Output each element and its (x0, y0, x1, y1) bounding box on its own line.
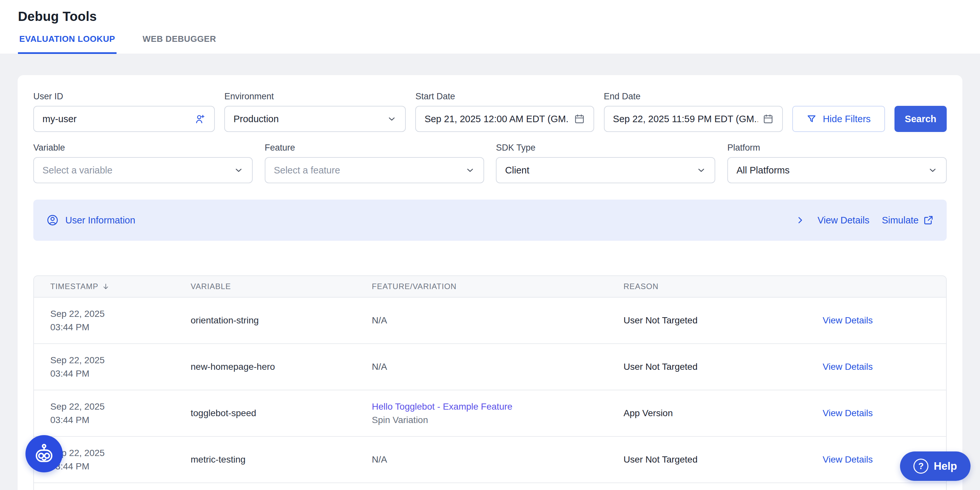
user-id-input-wrap (33, 106, 215, 132)
table-row: Sep 22, 2025 03:44 PM togglebot-speed He… (34, 390, 946, 437)
help-button-label: Help (934, 460, 957, 472)
top-bar: Debug Tools EVALUATION LOOKUP WEB DEBUGG… (0, 0, 980, 54)
chevron-down-icon (234, 165, 243, 175)
start-date-label: Start Date (415, 91, 594, 101)
platform-label: Platform (727, 143, 947, 153)
tab-bar: EVALUATION LOOKUP WEB DEBUGGER (18, 34, 980, 54)
user-information-bar: User Information View Details Simulate (33, 200, 947, 241)
table-header-row: TIMESTAMP VARIABLE FEATURE/VARIATION REA… (34, 276, 946, 298)
user-id-field-group: User ID (33, 91, 215, 132)
column-header-timestamp[interactable]: TIMESTAMP (50, 282, 191, 291)
evaluation-results-table: TIMESTAMP VARIABLE FEATURE/VARIATION REA… (33, 275, 947, 490)
platform-field-group: Platform All Platforms (727, 143, 947, 183)
filter-row-2: Variable Select a variable Feature Selec… (33, 143, 947, 183)
column-header-feature-variation: FEATURE/VARIATION (372, 282, 624, 291)
end-date-field-group: End Date Sep 22, 2025 11:59 PM EDT (GM..… (604, 91, 783, 132)
calendar-icon (763, 113, 774, 124)
variable-select[interactable]: Select a variable (33, 157, 253, 183)
feature-variation-cell: N/A (372, 362, 624, 372)
timestamp-time: 03:44 PM (50, 367, 191, 380)
tab-evaluation-lookup[interactable]: EVALUATION LOOKUP (18, 34, 116, 54)
search-button-label: Search (905, 114, 937, 124)
variable-field-group: Variable Select a variable (33, 143, 253, 183)
reason-cell: User Not Targeted (624, 454, 822, 465)
user-info-view-details-label: View Details (818, 215, 869, 226)
timestamp-cell: Sep 22, 2025 03:44 PM (50, 353, 191, 380)
platform-value: All Platforms (737, 165, 790, 176)
sdk-type-select[interactable]: Client (496, 157, 715, 183)
environment-value: Production (234, 114, 279, 124)
variable-cell: new-homepage-hero (191, 362, 372, 372)
variable-label: Variable (33, 143, 253, 153)
simulate-label: Simulate (882, 215, 919, 226)
chevron-down-icon (696, 165, 706, 175)
table-row-partial (34, 483, 946, 490)
end-date-label: End Date (604, 91, 783, 101)
variable-cell: orientation-string (191, 315, 372, 326)
table-row: Sep 22, 2025 03:44 PM orientation-string… (34, 298, 946, 344)
end-date-value: Sep 22, 2025 11:59 PM EDT (GM... (613, 114, 758, 124)
chevron-down-icon (928, 165, 937, 175)
user-add-icon[interactable] (194, 113, 206, 124)
variable-cell: togglebot-speed (191, 408, 372, 418)
table-row: Sep 22, 2025 03:44 PM new-homepage-hero … (34, 344, 946, 390)
timestamp-date: Sep 22, 2025 (50, 400, 191, 413)
start-date-field-group: Start Date Sep 21, 2025 12:00 AM EDT (GM… (415, 91, 594, 132)
table-row: Sep 22, 2025 03:44 PM metric-testing N/A… (34, 437, 946, 483)
feature-select[interactable]: Select a feature (265, 157, 484, 183)
external-link-icon (923, 215, 934, 225)
evaluation-lookup-panel: User ID Environment Production (18, 75, 963, 490)
sdk-type-label: SDK Type (496, 143, 715, 153)
robot-icon (33, 443, 55, 464)
user-information-header[interactable]: User Information (46, 214, 135, 227)
help-button[interactable]: Help (900, 452, 970, 481)
timestamp-cell: Sep 22, 2025 03:44 PM (50, 307, 191, 334)
hide-filters-label: Hide Filters (822, 114, 871, 124)
feature-field-group: Feature Select a feature (265, 143, 484, 183)
environment-label: Environment (224, 91, 406, 101)
simulate-link[interactable]: Simulate (882, 215, 934, 226)
feature-variation-cell: N/A (372, 315, 624, 326)
variation-label: Spin Variation (372, 413, 624, 427)
user-information-actions: View Details Simulate (795, 215, 934, 226)
reason-cell: User Not Targeted (624, 362, 822, 372)
timestamp-date: Sep 22, 2025 (50, 307, 191, 321)
reason-cell: User Not Targeted (624, 315, 822, 326)
platform-select[interactable]: All Platforms (727, 157, 947, 183)
timestamp-time: 03:44 PM (50, 460, 191, 473)
timestamp-header-label: TIMESTAMP (50, 282, 98, 291)
start-date-value: Sep 21, 2025 12:00 AM EDT (GM... (425, 114, 570, 124)
timestamp-time: 03:44 PM (50, 413, 191, 427)
timestamp-cell: Sep 22, 2025 03:44 PM (50, 400, 191, 427)
hide-filters-button[interactable]: Hide Filters (792, 106, 885, 132)
chevron-right-icon[interactable] (795, 215, 805, 225)
sdk-type-value: Client (505, 165, 529, 176)
row-view-details-link[interactable]: View Details (822, 408, 946, 418)
row-view-details-link[interactable]: View Details (822, 362, 946, 372)
user-id-label: User ID (33, 91, 215, 101)
environment-field-group: Environment Production (224, 91, 406, 132)
environment-select[interactable]: Production (224, 106, 406, 132)
sort-desc-arrow-icon (102, 282, 110, 291)
start-date-input[interactable]: Sep 21, 2025 12:00 AM EDT (GM... (415, 106, 594, 132)
chevron-down-icon (387, 114, 397, 124)
feature-label: Feature (265, 143, 484, 153)
calendar-icon (574, 113, 585, 124)
search-button[interactable]: Search (894, 106, 947, 132)
feature-variation-cell: Hello Togglebot - Example Feature Spin V… (372, 400, 624, 427)
timestamp-time: 03:44 PM (50, 321, 191, 334)
user-info-view-details-link[interactable]: View Details (818, 215, 869, 226)
row-view-details-link[interactable]: View Details (822, 315, 946, 326)
feature-link[interactable]: Hello Togglebot - Example Feature (372, 400, 624, 413)
timestamp-date: Sep 22, 2025 (50, 353, 191, 367)
column-header-reason: REASON (624, 282, 822, 291)
user-id-input[interactable] (43, 114, 194, 124)
feature-variation-cell: N/A (372, 454, 624, 465)
end-date-input[interactable]: Sep 22, 2025 11:59 PM EDT (GM... (604, 106, 783, 132)
togglebot-assistant-button[interactable] (25, 435, 63, 472)
reason-cell: App Version (624, 408, 822, 418)
chevron-down-icon (465, 165, 475, 175)
timestamp-cell: Sep 22, 2025 03:44 PM (50, 446, 191, 473)
timestamp-date: Sep 22, 2025 (50, 446, 191, 460)
tab-web-debugger[interactable]: WEB DEBUGGER (142, 34, 217, 54)
